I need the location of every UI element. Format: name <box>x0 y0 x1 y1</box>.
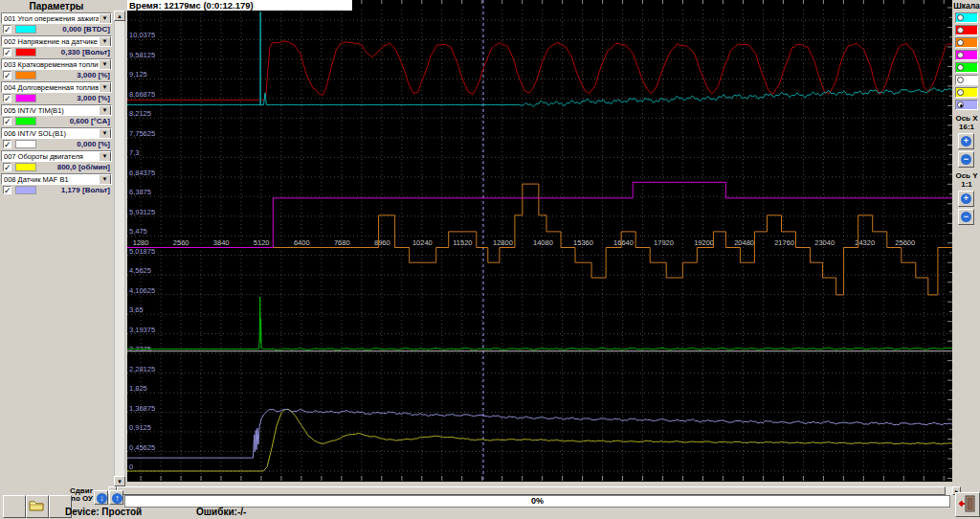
chevron-down-icon[interactable]: ▼ <box>99 151 111 162</box>
zoom-y-in-button[interactable]: + <box>958 191 974 207</box>
axis-y-label: Ось Y <box>953 171 980 180</box>
app-window: { "header": { "time_label": "Время: 1217… <box>0 0 980 519</box>
zoom-x-in-button[interactable]: + <box>958 133 974 149</box>
param-color-swatch <box>15 25 36 34</box>
param-select-5[interactable]: 005 INT/V TIM(B1)▼ <box>1 104 112 116</box>
svg-text:2560: 2560 <box>173 238 189 247</box>
scale-color-radio-2[interactable] <box>955 25 978 35</box>
scale-color-radio-4[interactable] <box>955 50 978 60</box>
chart-canvas: 00,456250,91251,368751,8252,281252,73753… <box>127 0 952 482</box>
scale-title: Шкала <box>953 1 980 11</box>
progress-text: 0% <box>531 496 544 506</box>
svg-text:23040: 23040 <box>814 238 835 247</box>
param-color-swatch <box>15 94 36 102</box>
param-checkbox[interactable]: ✓ <box>3 71 11 79</box>
scale-panel: Шкала Ось X 16:1 + − Ось Y 1:1 + − <box>953 0 980 519</box>
params-scroll-down-button[interactable]: ▼ <box>114 476 125 486</box>
tool-button-1[interactable] <box>3 495 26 518</box>
chevron-down-icon[interactable]: ▼ <box>99 13 111 24</box>
chevron-down-icon[interactable]: ▼ <box>99 82 111 93</box>
param-select-label: 001 Угол опережения зажигания <box>4 14 111 23</box>
chevron-down-icon[interactable]: ▼ <box>99 105 111 116</box>
chevron-down-icon[interactable]: ▼ <box>99 59 111 70</box>
param-color-swatch <box>15 140 36 148</box>
param-checkbox[interactable]: ✓ <box>3 25 11 34</box>
svg-text:16640: 16640 <box>613 238 634 247</box>
param-select-label: 002 Напряжение на датчике O2 B1 S <box>4 37 112 46</box>
svg-text:21760: 21760 <box>774 238 794 247</box>
errors-label: Ошибки:-/- <box>196 507 246 517</box>
axis-x-ratio: 16:1 <box>953 123 980 131</box>
param-select-label: 007 Обороты двигателя <box>4 152 83 161</box>
scale-color-radio-8[interactable] <box>955 100 978 110</box>
chevron-down-icon[interactable]: ▼ <box>99 128 111 139</box>
svg-text:0: 0 <box>129 463 133 471</box>
scale-color-radio-3[interactable] <box>955 37 978 48</box>
svg-text:19200: 19200 <box>694 238 714 247</box>
svg-text:11520: 11520 <box>453 238 472 247</box>
folder-icon <box>27 496 46 515</box>
svg-text:7,75625: 7,75625 <box>129 129 155 138</box>
param-checkbox[interactable]: ✓ <box>3 48 11 56</box>
param-select-label: 005 INT/V TIM(B1) <box>4 106 64 115</box>
scale-color-radio-1[interactable] <box>955 12 978 23</box>
parameters-title: Параметры <box>0 1 113 11</box>
minus-icon: − <box>961 154 971 165</box>
param-value-row-6: ✓0,000 [%] <box>1 139 112 150</box>
param-value-row-3: ✓3,000 [%] <box>1 70 112 81</box>
shift-down-button[interactable]: ↓ <box>94 490 108 505</box>
radio-icon <box>957 27 964 34</box>
param-checkbox[interactable]: ✓ <box>3 186 11 194</box>
axis-y-ratio: 1:1 <box>953 180 980 189</box>
param-select-7[interactable]: 007 Обороты двигателя▼ <box>1 150 112 162</box>
param-select-8[interactable]: 008 Датчик MAF B1▼ <box>1 173 112 185</box>
param-value: 0,600 [°CA] <box>70 117 110 125</box>
param-value: 0,000 [%] <box>77 140 110 148</box>
scale-color-radio-6[interactable] <box>955 75 978 85</box>
param-color-swatch <box>15 163 36 171</box>
param-checkbox[interactable]: ✓ <box>3 117 11 125</box>
param-value: 3,000 [%] <box>77 71 110 79</box>
svg-text:3,19375: 3,19375 <box>129 326 155 334</box>
arrow-up-icon: ▲ <box>117 13 122 19</box>
param-select-6[interactable]: 006 INT/V SOL(B1)▼ <box>1 127 112 139</box>
progress-bar: 0% <box>124 495 950 508</box>
zoom-x-out-button[interactable]: − <box>958 151 974 168</box>
param-value-row-5: ✓0,600 [°CA] <box>1 116 112 127</box>
chevron-down-icon[interactable]: ▼ <box>99 36 111 47</box>
chart-horizontal-scrollbar[interactable]: ◄ ► <box>108 486 961 495</box>
svg-text:8,66875: 8,66875 <box>129 90 155 99</box>
svg-text:25600: 25600 <box>895 238 915 247</box>
param-checkbox[interactable]: ✓ <box>3 94 11 102</box>
axis-x-label: Ось X <box>953 114 980 123</box>
param-select-4[interactable]: 004 Долговременная топливная кор▼ <box>1 81 112 93</box>
radio-icon <box>957 52 964 58</box>
parameters-panel: Параметры 001 Угол опережения зажигания▼… <box>0 0 125 519</box>
scale-color-radio-7[interactable] <box>955 87 978 98</box>
params-scroll-up-button[interactable]: ▲ <box>114 11 125 21</box>
scrollbar-thumb[interactable] <box>117 486 946 495</box>
param-select-1[interactable]: 001 Угол опережения зажигания▼ <box>1 12 112 24</box>
open-file-button[interactable] <box>26 495 49 518</box>
svg-text:9,125: 9,125 <box>129 70 147 79</box>
param-value-row-7: ✓800,0 [об/мин] <box>1 162 112 173</box>
param-checkbox[interactable]: ✓ <box>3 140 11 148</box>
chevron-down-icon[interactable]: ▼ <box>99 174 111 185</box>
svg-text:7,3: 7,3 <box>129 148 139 157</box>
param-value-row-4: ✓3,000 [%] <box>1 93 112 104</box>
scale-color-radio-5[interactable] <box>955 62 978 73</box>
shift-up-button[interactable]: ↑ <box>109 490 123 505</box>
param-select-2[interactable]: 002 Напряжение на датчике O2 B1 S▼ <box>1 35 112 47</box>
chart-plot-area[interactable]: 00,456250,91251,368751,8252,281252,73753… <box>127 0 952 482</box>
time-readout: Время: 12179мс (0:0:12.179) <box>127 0 353 11</box>
params-scrollbar-track[interactable] <box>114 21 125 476</box>
exit-button[interactable] <box>955 492 980 517</box>
param-value-row-1: ✓0,000 [BTDC] <box>1 24 112 35</box>
svg-text:20480: 20480 <box>734 238 754 247</box>
param-checkbox[interactable]: ✓ <box>3 163 11 171</box>
zoom-y-out-button[interactable]: − <box>958 209 974 225</box>
svg-text:14080: 14080 <box>533 238 553 247</box>
param-select-3[interactable]: 003 Кратковременная топливная ко▼ <box>1 58 112 70</box>
radio-icon <box>957 77 964 83</box>
radio-icon <box>957 102 964 108</box>
